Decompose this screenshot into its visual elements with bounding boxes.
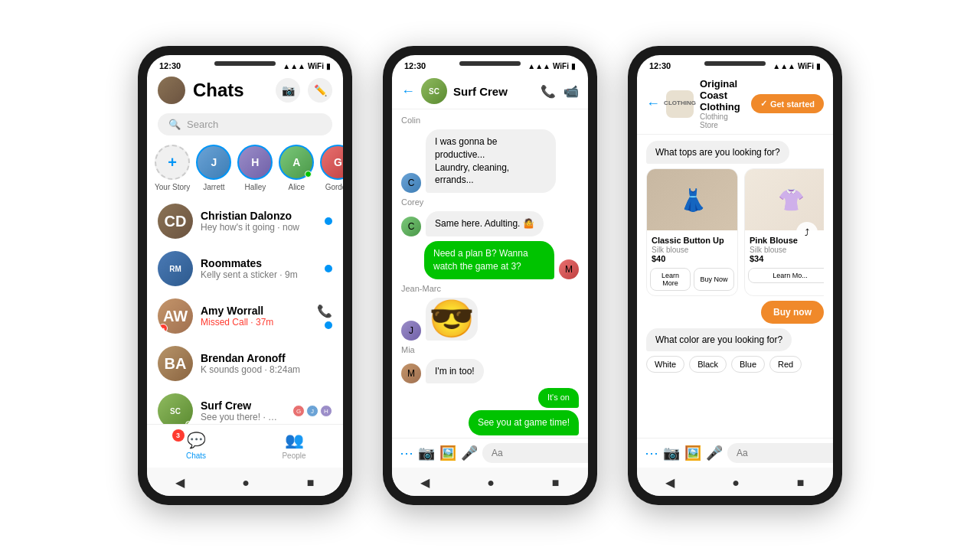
battery-icon: ▮ <box>326 62 331 70</box>
unread-dot-amy <box>325 321 332 329</box>
chat-item-christian[interactable]: CD Christian Dalonzo Hey how's it going … <box>147 197 343 245</box>
message-input-bar-3: ⋯ 📷 🖼️ 🎤 😊 ☰ <box>637 438 833 468</box>
phone1-screen: 12:30 ▲▲▲ WiFi ▮ Chats 📷 ✏️ <box>147 55 343 496</box>
chat-name-amy: Amy Worrall <box>201 305 309 317</box>
video-button[interactable]: 📹 <box>564 84 579 99</box>
buy-now-orange-button[interactable]: Buy now <box>761 301 824 324</box>
back-hw-btn-3[interactable]: ◀ <box>655 472 685 493</box>
learn-more-btn-1[interactable]: Learn More <box>650 268 691 291</box>
messages-area: Colin C I was gonna be productive...Laun… <box>392 109 588 438</box>
shop-name: Original Coast Clothing <box>700 78 745 112</box>
group-avatar: SC <box>421 78 447 104</box>
apps-icon[interactable]: ⋯ <box>400 445 413 461</box>
header-icons: 📷 ✏️ <box>276 78 332 103</box>
back-hw-btn[interactable]: ◀ <box>165 472 195 493</box>
recent-hw-btn-3[interactable]: ■ <box>786 473 815 493</box>
call-button[interactable]: 📞 <box>541 84 556 99</box>
product-btns-2: Learn Mo... <box>745 268 824 288</box>
home-hw-btn[interactable]: ● <box>231 473 260 493</box>
edit-button[interactable]: ✏️ <box>308 78 332 103</box>
mic-icon[interactable]: 🎤 <box>461 445 478 461</box>
colin-avatar: C <box>401 173 421 193</box>
back-button-2[interactable]: ← <box>401 83 415 99</box>
nav-people[interactable]: 👥 People <box>245 431 343 460</box>
color-black[interactable]: Black <box>689 356 727 373</box>
shop-cta-label: Get started <box>770 99 815 109</box>
phone2-screen: 12:30 ▲▲▲ WiFi ▮ ← SC Surf Crew <box>392 55 588 496</box>
story-halley[interactable]: H Halley <box>237 145 273 191</box>
camera-msg-icon-3[interactable]: 📷 <box>663 445 680 461</box>
phone2-notch <box>459 61 521 66</box>
search-bar[interactable]: 🔍 Search <box>158 113 332 135</box>
story-gordon[interactable]: G Gordon <box>320 145 343 191</box>
shop-messages: What tops are you looking for? 👗 Classic… <box>637 135 833 438</box>
bubble-mia: I'm in too! <box>426 359 484 384</box>
message-input-2[interactable] <box>482 443 588 463</box>
people-nav-icon: 👥 <box>285 431 304 449</box>
signal-icon-3: ▲▲▲ <box>773 62 795 70</box>
learn-more-btn-2[interactable]: Learn Mo... <box>748 268 824 283</box>
color-red[interactable]: Red <box>769 356 802 373</box>
bubble-see-you: See you at game time! <box>469 410 579 435</box>
camera-button[interactable]: 📷 <box>276 78 300 103</box>
color-white[interactable]: White <box>646 356 684 373</box>
home-hw-btn-2[interactable]: ● <box>476 473 505 493</box>
camera-msg-icon[interactable]: 📷 <box>418 445 435 461</box>
product-info-1: Classic Button Up Silk blouse $40 <box>647 230 737 268</box>
recent-hw-btn-2[interactable]: ■ <box>541 473 570 493</box>
color-blue[interactable]: Blue <box>731 356 765 373</box>
sender-mia: Mia <box>401 345 579 354</box>
message-row-sent1: Need a plan B? Wanna watch the game at 3… <box>424 241 579 279</box>
unread-dot-roommates <box>325 265 332 272</box>
stories-row: + Your Story J Jarrett H Ha <box>147 142 343 197</box>
phone1-bottom-bar: ◀ ● ■ <box>147 468 343 496</box>
battery-icon-3: ▮ <box>816 62 821 70</box>
chat-info-christian: Christian Dalonzo Hey how's it going · n… <box>201 210 317 233</box>
story-alice[interactable]: A Alice <box>279 145 314 191</box>
story-jarrett-label: Jarrett <box>203 183 224 191</box>
shop-logo: CLOTHING <box>666 90 694 118</box>
recent-hw-btn[interactable]: ■ <box>296 473 325 493</box>
message-row-its-on: It's on <box>538 388 579 407</box>
wifi-icon: WiFi <box>308 62 324 70</box>
mic-icon-3[interactable]: 🎤 <box>706 445 723 461</box>
chats-badge: 3 <box>172 429 185 442</box>
chat-meta-roommates <box>325 265 332 272</box>
buy-now-btn-1[interactable]: Buy Now <box>694 268 734 291</box>
image-icon[interactable]: 🖼️ <box>439 445 456 461</box>
chat-item-surfcrew[interactable]: SC Surf Crew See you there! · Mon G J H <box>147 387 343 424</box>
unread-dot-christian <box>325 217 332 225</box>
chat-preview-amy: Missed Call · 37m <box>201 317 309 328</box>
chat-item-amy[interactable]: AW ● Amy Worrall Missed Call · 37m 📞 <box>147 292 343 340</box>
chats-header: Chats 📷 ✏️ <box>147 73 343 110</box>
image-icon-3[interactable]: 🖼️ <box>684 445 701 461</box>
products-container: 👗 Classic Button Up Silk blouse $40 Lear… <box>646 168 824 296</box>
story-jarrett[interactable]: J Jarrett <box>196 145 231 191</box>
avatar-amy: AW ● <box>158 298 193 334</box>
home-hw-btn-3[interactable]: ● <box>721 473 750 493</box>
chat-item-brendan[interactable]: BA Brendan Aronoff K sounds good · 8:24a… <box>147 340 343 387</box>
signal-icon: ▲▲▲ <box>283 62 305 70</box>
avatar-brendan: BA <box>158 346 193 381</box>
story-add-avatar: + <box>155 145 190 180</box>
bubble-corey: Same here. Adulting. 🤷 <box>426 211 544 236</box>
battery-icon-2: ▮ <box>571 62 576 70</box>
story-your[interactable]: + Your Story <box>155 145 190 191</box>
share-button[interactable]: ⤴ <box>796 222 818 243</box>
chat-info-brendan: Brendan Aronoff K sounds good · 8:24am <box>201 352 332 375</box>
phone3-screen: 12:30 ▲▲▲ WiFi ▮ ← CLOTHING Original Coa… <box>637 55 833 496</box>
apps-icon-3[interactable]: ⋯ <box>645 445 658 461</box>
story-your-label: Your Story <box>155 183 190 191</box>
product-card-1: 👗 Classic Button Up Silk blouse $40 Lear… <box>646 168 738 296</box>
message-input-3[interactable] <box>727 443 833 463</box>
chat-group-name: Surf Crew <box>453 85 508 98</box>
chat-preview-christian: Hey how's it going · now <box>201 222 317 233</box>
back-hw-btn-2[interactable]: ◀ <box>410 472 440 493</box>
chat-item-roommates[interactable]: RM Roommates Kelly sent a sticker · 9m <box>147 245 343 292</box>
chat-meta-amy: 📞 <box>317 304 332 329</box>
nav-chats[interactable]: 💬 3 Chats <box>147 431 245 460</box>
phone3-frame: 12:30 ▲▲▲ WiFi ▮ ← CLOTHING Original Coa… <box>628 46 842 505</box>
me-avatar-1: M <box>559 259 579 279</box>
get-started-button[interactable]: ✓ Get started <box>751 94 824 113</box>
back-button-3[interactable]: ← <box>646 96 660 112</box>
